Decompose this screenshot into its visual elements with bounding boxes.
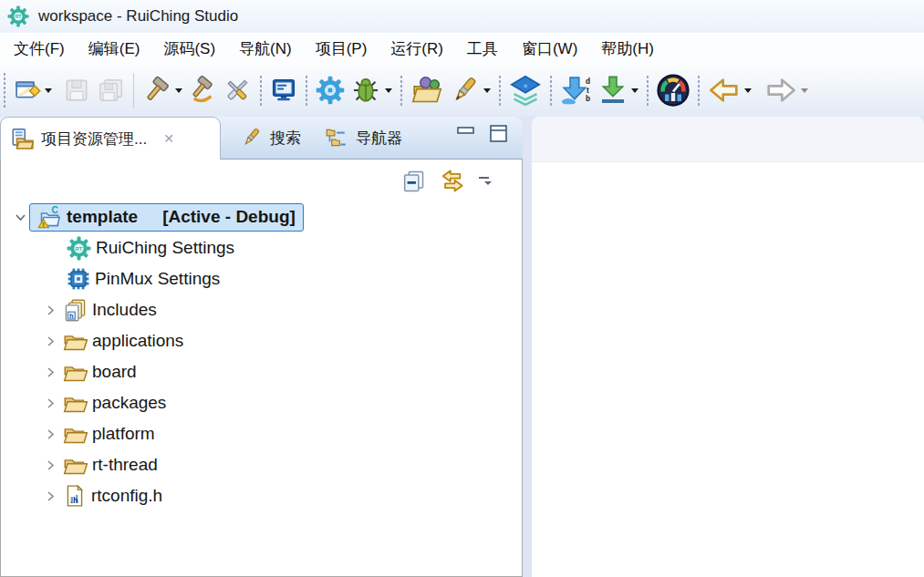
chevron-right-icon[interactable] <box>43 428 57 441</box>
program-dropdown-icon[interactable] <box>631 88 638 97</box>
debug-bug-icon <box>350 76 381 105</box>
tree-item-label: board <box>92 362 137 382</box>
forward-dropdown-icon[interactable] <box>801 88 808 97</box>
flash-pen-dropdown-icon[interactable] <box>483 88 491 97</box>
save-all-button[interactable] <box>93 69 128 111</box>
maximize-icon[interactable] <box>490 125 508 143</box>
toolbar-drag-handle[interactable] <box>3 72 6 108</box>
folder-open-icon <box>63 391 88 416</box>
tree-item-platform[interactable]: platform <box>1 418 522 449</box>
selected-item-box[interactable]: C ! template [Active - Debug] <box>29 203 304 232</box>
menu-project[interactable]: 项目(P) <box>304 34 379 64</box>
tab-label: 搜索 <box>270 128 301 149</box>
tree-item-template[interactable]: C ! template [Active - Debug] <box>1 201 522 232</box>
console-button[interactable] <box>267 69 300 111</box>
chevron-right-icon[interactable] <box>43 335 57 348</box>
forward-button[interactable] <box>762 69 811 111</box>
chevron-right-icon[interactable] <box>43 489 57 503</box>
tree-item-label: rt-thread <box>92 455 158 475</box>
save-button[interactable] <box>60 69 93 111</box>
menu-edit[interactable]: 编辑(E) <box>77 34 152 64</box>
folder-open-icon <box>63 360 88 385</box>
minimize-icon[interactable] <box>457 125 475 143</box>
tree-item-rt-thread[interactable]: rt-thread <box>1 449 522 480</box>
save-icon <box>63 77 90 104</box>
tree-item-label: packages <box>92 393 166 413</box>
panel-window-buttons <box>457 125 508 143</box>
toolbar-separator <box>305 75 308 106</box>
chevron-right-icon[interactable] <box>43 397 57 410</box>
ruiching-gear-icon: RT <box>67 236 91 261</box>
link-with-editor-icon[interactable] <box>438 169 465 194</box>
chevron-right-icon[interactable] <box>43 366 57 379</box>
close-icon[interactable]: ✕ <box>163 131 174 146</box>
svg-text:RT: RT <box>16 14 23 19</box>
svg-text:RT: RT <box>76 246 83 252</box>
chevron-right-icon[interactable] <box>43 304 57 317</box>
view-menu-icon[interactable] <box>477 173 493 190</box>
tab-navigator[interactable]: 导航器 <box>312 117 413 159</box>
editor-tab-folder-header[interactable] <box>532 117 924 162</box>
toolbar-separator <box>133 73 134 108</box>
chevron-right-icon[interactable] <box>43 459 57 472</box>
tree-item-packages[interactable]: packages <box>1 387 522 418</box>
project-tree: C ! template [Active - Debug] <box>1 201 522 576</box>
flash-pen-button[interactable] <box>446 69 493 111</box>
clean-button[interactable] <box>220 69 254 111</box>
tree-item-label: rtconfig.h <box>91 486 162 506</box>
layers-button[interactable]: ≋ <box>506 69 545 111</box>
menu-source[interactable]: 源码(S) <box>151 34 227 64</box>
tab-label: 项目资源管理... <box>41 129 147 149</box>
collapse-all-icon[interactable] <box>400 169 426 194</box>
project-explorer-panel: 项目资源管理... ✕ 搜索 <box>0 117 523 577</box>
build-all-button[interactable] <box>185 69 220 111</box>
program-download-icon <box>598 75 628 106</box>
back-button[interactable] <box>705 69 754 111</box>
chevron-down-icon[interactable] <box>13 211 27 224</box>
toolbar-separator <box>549 75 553 106</box>
tab-search[interactable]: 搜索 <box>228 117 312 159</box>
search-pen-icon <box>239 126 263 149</box>
build-dropdown-icon[interactable] <box>175 88 182 97</box>
new-wizard-dropdown-icon[interactable] <box>45 88 52 97</box>
debug-button[interactable] <box>348 69 395 111</box>
tree-item-suffix: [Active - Debug] <box>162 207 296 227</box>
tree-item-applications[interactable]: applications <box>1 325 522 356</box>
forward-arrow-icon <box>764 76 797 105</box>
chip-icon <box>67 267 90 291</box>
tree-item-rtconfig-h[interactable]: .h rtconfig.h <box>1 480 522 511</box>
new-wizard-button[interactable] <box>11 69 55 111</box>
settings-button[interactable] <box>313 69 348 111</box>
open-packages-folder-icon <box>410 75 443 106</box>
menu-run[interactable]: 运行(R) <box>379 34 455 64</box>
menu-window[interactable]: 窗口(W) <box>510 34 589 64</box>
debug-dropdown-icon[interactable] <box>385 88 392 97</box>
tree-item-ruiching-settings[interactable]: RT RuiChing Settings <box>1 232 522 263</box>
folder-open-icon <box>63 422 88 447</box>
svg-text:.h: .h <box>70 496 78 505</box>
dtb-download-button[interactable]: d t b <box>557 69 596 111</box>
open-packages-button[interactable] <box>408 69 446 111</box>
tree-item-board[interactable]: board <box>1 356 522 387</box>
editor-empty-body[interactable] <box>532 162 924 577</box>
menu-navigate[interactable]: 导航(N) <box>227 34 304 64</box>
menu-file[interactable]: 文件(F) <box>2 34 77 64</box>
menu-help[interactable]: 帮助(H) <box>589 34 666 64</box>
build-button[interactable] <box>140 69 185 111</box>
gauge-button[interactable] <box>654 69 692 111</box>
tab-project-explorer[interactable]: 项目资源管理... ✕ <box>0 117 221 160</box>
tree-item-includes[interactable]: h Includes <box>1 294 522 325</box>
back-arrow-icon <box>708 76 741 105</box>
menu-tools[interactable]: 工具 <box>455 34 510 64</box>
dtb-download-icon: d t b <box>560 75 593 106</box>
svg-text:d: d <box>586 77 590 86</box>
svg-text:h: h <box>69 311 73 319</box>
program-download-button[interactable] <box>596 69 641 111</box>
tree-item-pinmux-settings[interactable]: PinMux Settings <box>1 263 522 294</box>
back-dropdown-icon[interactable] <box>744 88 752 97</box>
new-wizard-icon <box>14 77 41 104</box>
tab-label: 导航器 <box>356 128 402 149</box>
panel-sash[interactable] <box>523 117 532 577</box>
main-area: 项目资源管理... ✕ 搜索 <box>0 117 924 577</box>
includes-icon: h <box>63 298 88 323</box>
